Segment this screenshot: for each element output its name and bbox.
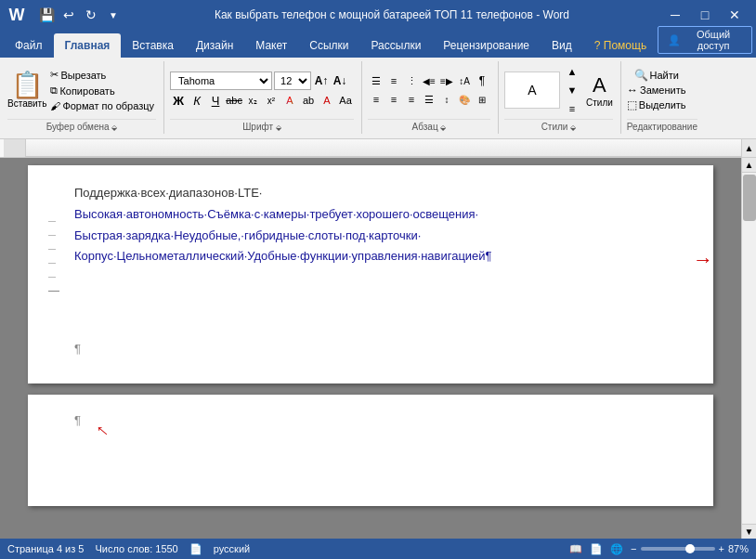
close-button[interactable]: ✕ — [721, 5, 749, 25]
scroll-down-button[interactable]: ▼ — [742, 524, 757, 539]
numbered-list-button[interactable]: ≡ — [385, 72, 402, 89]
titlebar-controls: 💾 ↩ ↻ ▼ — [37, 6, 123, 24]
margin-mark — [48, 277, 56, 278]
bold-button[interactable]: Ж — [170, 92, 187, 109]
styles-label: Стили ⬙ — [504, 119, 613, 132]
save-icon[interactable]: 💾 — [37, 6, 56, 24]
zoom-percent: 87% — [728, 543, 749, 554]
format-painter-icon: 🖌 — [50, 100, 60, 111]
multilevel-list-button[interactable]: ⋮ — [403, 72, 420, 89]
align-right-button[interactable]: ≡ — [403, 91, 420, 108]
web-layout-icon[interactable]: 🌐 — [610, 543, 623, 555]
font-grow-button[interactable]: A↑ — [313, 72, 330, 89]
font-label: Шрифт ⬙ — [170, 119, 354, 132]
tab-mailings[interactable]: Рассылки — [360, 33, 433, 58]
styles-more-button[interactable]: ≡ — [564, 100, 580, 117]
tab-view[interactable]: Вид — [541, 33, 583, 58]
page1-line3: Быстрая·зарядка·Неудобные,·гибридные·сло… — [74, 227, 667, 246]
vertical-scrollbar[interactable]: ▲ ▼ — [741, 158, 756, 539]
sort-button[interactable]: ↕A — [456, 72, 473, 89]
font-name-select[interactable]: Tahoma — [170, 72, 272, 90]
highlight-button[interactable]: ab — [300, 92, 317, 109]
find-button[interactable]: 🔍 Найти — [634, 69, 679, 82]
ruler: ▲ — [0, 139, 756, 158]
bullets-button[interactable]: ☰ — [368, 72, 385, 89]
customize-icon[interactable]: ▼ — [104, 6, 123, 24]
replace-button[interactable]: ↔ Заменить — [627, 84, 685, 97]
styles-up-button[interactable]: ▲ — [564, 63, 580, 80]
font-color-button[interactable]: A — [319, 92, 335, 109]
line-spacing-button[interactable]: ↕ — [438, 91, 455, 108]
borders-button[interactable]: ⊞ — [474, 91, 490, 108]
zoom-in-button[interactable]: + — [719, 543, 724, 554]
replace-icon: ↔ — [627, 84, 638, 97]
titlebar: W 💾 ↩ ↻ ▼ Как выбрать телефон с мощной б… — [0, 0, 756, 30]
justify-button[interactable]: ☰ — [421, 91, 437, 108]
shading-button[interactable]: 🎨 — [456, 91, 473, 108]
format-painter-button[interactable]: 🖌 Формат по образцу — [48, 99, 156, 112]
paste-label: Вставить — [7, 98, 46, 109]
superscript-button[interactable]: x² — [263, 92, 280, 109]
underline-button[interactable]: Ч — [207, 92, 224, 109]
page1-content: Поддержка·всех·диапазонов·LTE· Высокая·а… — [74, 184, 667, 266]
tab-layout[interactable]: Макет — [244, 33, 298, 58]
clipboard-label: Буфер обмена ⬙ — [7, 119, 156, 132]
ruler-ticks — [26, 139, 741, 157]
zoom-out-button[interactable]: − — [631, 543, 636, 554]
tab-references[interactable]: Ссылки — [298, 33, 359, 58]
tab-help[interactable]: ? Помощь — [583, 33, 658, 58]
arrow-right: → — [693, 243, 713, 276]
tab-review[interactable]: Рецензирование — [432, 33, 541, 58]
styles-gallery[interactable]: A — [504, 72, 560, 109]
read-mode-icon[interactable]: 📖 — [569, 543, 582, 555]
main-layout: Поддержка·всех·диапазонов·LTE· Высокая·а… — [0, 158, 756, 539]
indent-increase-button[interactable]: ≡▶ — [438, 72, 455, 89]
paragraph-dialog-icon[interactable]: ⬙ — [440, 124, 446, 132]
styles-down-button[interactable]: ▼ — [564, 82, 580, 98]
font-dialog-icon[interactable]: ⬙ — [276, 124, 281, 132]
undo-icon[interactable]: ↩ — [59, 6, 78, 24]
font-size-select[interactable]: 12 — [274, 72, 311, 90]
statusbar-right: 📖 📄 🌐 − + 87% — [569, 543, 749, 555]
maximize-button[interactable]: □ — [691, 5, 719, 25]
font-size-2-button[interactable]: Aa — [337, 92, 354, 109]
indent-decrease-button[interactable]: ◀≡ — [421, 72, 437, 89]
styles-button-wrapper[interactable]: A Стили — [586, 73, 613, 108]
print-layout-icon[interactable]: 📄 — [590, 543, 603, 555]
font-controls: Tahoma 12 A↑ A↓ Ж К Ч abc x₂ — [170, 72, 354, 109]
paragraph-controls: ☰ ≡ ⋮ ◀≡ ≡▶ ↕A ¶ ≡ ≡ ≡ ☰ ↕ 🎨 — [368, 72, 490, 108]
page1-line1: Поддержка·всех·диапазонов·LTE· — [74, 184, 667, 203]
show-formatting-button[interactable]: ¶ — [474, 72, 490, 89]
dialog-launcher-icon[interactable]: ⬙ — [111, 124, 117, 132]
select-button[interactable]: ⬚ Выделить — [627, 98, 686, 111]
minimize-button[interactable]: ─ — [661, 5, 689, 25]
text-effects-button[interactable]: A — [281, 92, 298, 109]
copy-button[interactable]: ⧉ Копировать — [48, 84, 156, 98]
styles-dialog-icon[interactable]: ⬙ — [570, 124, 576, 132]
scroll-thumb[interactable] — [743, 175, 756, 221]
paste-button[interactable]: 📋 Вставить — [7, 72, 46, 109]
tab-insert[interactable]: Вставка — [121, 33, 185, 58]
cut-button[interactable]: ✂ Вырезать — [48, 68, 156, 82]
font-shrink-button[interactable]: A↓ — [332, 72, 348, 89]
strikethrough-button[interactable]: abc — [226, 92, 242, 109]
align-left-button[interactable]: ≡ — [368, 91, 385, 108]
scroll-up-arrow-top[interactable]: ▲ — [741, 139, 756, 158]
tab-file[interactable]: Файл — [4, 33, 54, 58]
redo-icon[interactable]: ↻ — [82, 6, 100, 24]
ruler-corner — [4, 139, 26, 158]
italic-button[interactable]: К — [189, 92, 205, 109]
subscript-button[interactable]: x₂ — [244, 92, 261, 109]
scroll-up-button[interactable]: ▲ — [742, 158, 757, 173]
document-title: Как выбрать телефон с мощной батареей ТО… — [123, 8, 661, 21]
zoom-slider[interactable] — [641, 547, 715, 551]
page-info: Страница 4 из 5 — [7, 543, 84, 554]
share-button[interactable]: 👤 Общий доступ — [658, 26, 752, 54]
clipboard-group-body: 📋 Вставить ✂ Вырезать ⧉ Копировать 🖌 Фор… — [7, 63, 156, 117]
editing-label: Редактирование — [627, 119, 697, 132]
tab-design[interactable]: Дизайн — [185, 33, 244, 58]
page2-content: ¶ → — [74, 413, 667, 427]
align-center-button[interactable]: ≡ — [385, 91, 402, 108]
proofing-icon[interactable]: 📄 — [189, 543, 202, 555]
tab-home[interactable]: Главная — [54, 33, 122, 58]
